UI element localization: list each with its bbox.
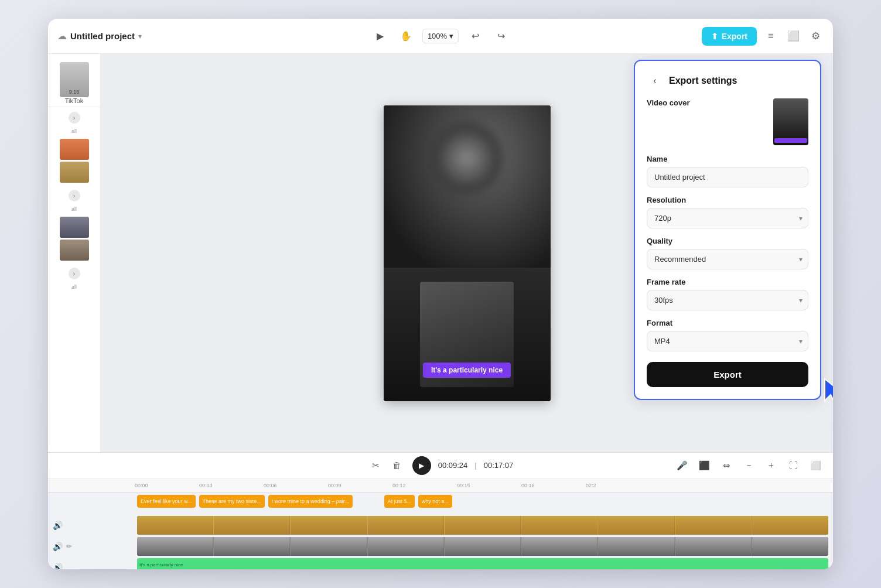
format-label: Format [647, 319, 808, 327]
subtitle-track-row: Ever feel like your w... These are my tw… [48, 495, 833, 514]
quality-field-group: Quality Recommended High Low ▾ [647, 237, 808, 269]
sidebar-section-aspect: 9:16 TikTok [48, 60, 100, 107]
edit-icon[interactable]: ✏ [66, 542, 72, 551]
timeline-tracks: Ever feel like your w... These are my tw… [48, 493, 833, 569]
sidebar-clip-thumb-3[interactable] [60, 217, 89, 238]
all-label-1: all [71, 128, 77, 134]
quality-label: Quality [647, 237, 808, 245]
video-bottom-half [384, 268, 551, 401]
sidebar-clip-thumb-1[interactable] [60, 139, 89, 160]
secondary-video-strip[interactable] [137, 537, 828, 556]
zoom-in-icon[interactable]: ＋ [763, 457, 779, 474]
resolution-select[interactable]: 720p 1080p 4K [647, 208, 808, 228]
ruler-tick-5: 00:15 [457, 483, 521, 488]
export-icon: ⬆ [711, 32, 718, 41]
redo-icon[interactable]: ↪ [491, 27, 510, 46]
sidebar-expand-1[interactable]: › [69, 112, 80, 124]
bottom-area: ✂ 🗑 ▶ 00:09:24 | 00:17:07 🎤 ⬛ ⇔ － ＋ ⛶ ⬜ … [48, 452, 833, 569]
bw-frame-6 [521, 537, 597, 556]
aspect-ratio-thumb[interactable]: 9:16 [60, 62, 89, 97]
framerate-select[interactable]: 30fps 24fps 60fps [647, 290, 808, 310]
resolution-field-group: Resolution 720p 1080p 4K ▾ [647, 196, 808, 228]
playback-controls: ✂ 🗑 [368, 457, 405, 474]
format-select-wrapper: MP4 MOV AVI ▾ [647, 331, 808, 351]
resolution-select-wrapper: 720p 1080p 4K ▾ [647, 208, 808, 228]
subtitle-chip-1[interactable]: These are my two siste... [199, 495, 265, 508]
top-bar: ☁ Untitled project ▾ ▶ ✋ 100% ▾ ↩ ↪ ⬆ Ex… [48, 19, 833, 54]
all-label-2: all [71, 206, 77, 212]
export-action-button[interactable]: Export [647, 362, 808, 387]
name-input[interactable] [647, 167, 808, 187]
playback-bar: ✂ 🗑 ▶ 00:09:24 | 00:17:07 🎤 ⬛ ⇔ － ＋ ⛶ ⬜ [48, 453, 833, 478]
playback-right-controls: 🎤 ⬛ ⇔ － ＋ ⛶ ⬜ [674, 457, 824, 474]
cover-thumbnail[interactable] [773, 98, 808, 145]
select-tool-icon[interactable]: ▶ [371, 27, 390, 46]
platform-badge: TikTok [65, 97, 83, 104]
video-preview: It's a particularly nice [384, 105, 551, 401]
zoom-chevron-icon: ▾ [449, 32, 453, 40]
microphone-icon[interactable]: 🎤 [674, 457, 690, 474]
main-video-strip[interactable] [137, 516, 828, 535]
video-frame-8 [675, 516, 752, 535]
sidebar-clips-2 [57, 214, 91, 263]
project-name: Untitled project [70, 31, 135, 41]
sidebar-clip-thumb-2[interactable] [60, 162, 89, 183]
undo-icon[interactable]: ↩ [466, 27, 484, 46]
main-area: 9:16 TikTok › all › all [48, 54, 833, 452]
video-frame-3 [291, 516, 367, 535]
zoom-out-icon[interactable]: － [740, 457, 757, 474]
captions-icon[interactable]: ⬛ [696, 457, 712, 474]
name-field-group: Name [647, 155, 808, 187]
sidebar-expand-2[interactable]: › [69, 190, 80, 201]
volume-icon-2[interactable]: 🔊 [53, 542, 63, 551]
framerate-select-wrapper: 30fps 24fps 60fps ▾ [647, 290, 808, 310]
export-button[interactable]: ⬆ Export [702, 27, 757, 46]
layers-icon[interactable]: ≡ [763, 28, 779, 45]
hand-tool-icon[interactable]: ✋ [397, 27, 415, 46]
framerate-label: Frame rate [647, 278, 808, 286]
total-time: 00:17:07 [484, 461, 514, 470]
text-track-left: 🔊 [53, 563, 135, 569]
back-button[interactable]: ‹ [647, 73, 663, 89]
format-select[interactable]: MP4 MOV AVI [647, 331, 808, 351]
text-track-content: It's a particularly nice [137, 558, 828, 569]
volume-icon-3[interactable]: 🔊 [53, 563, 63, 569]
settings-icon[interactable]: ⚙ [807, 28, 824, 45]
ruler-tick-4: 00:12 [392, 483, 457, 488]
cut-tool-icon[interactable]: ✂ [368, 457, 384, 474]
project-chevron-icon[interactable]: ▾ [138, 32, 142, 40]
subtitle-chips: Ever feel like your w... These are my tw… [137, 495, 452, 514]
more-options-icon[interactable]: ⬜ [807, 457, 824, 474]
bw-frame-3 [291, 537, 367, 556]
left-sidebar: 9:16 TikTok › all › all [48, 54, 101, 452]
fullscreen-icon[interactable]: ⛶ [785, 457, 801, 474]
subtitle-chip-4[interactable]: why not a... [418, 495, 452, 508]
subtitle-chip-0[interactable]: Ever feel like your w... [137, 495, 196, 508]
panel-header: ‹ Export settings [647, 73, 808, 89]
bw-frame-4 [368, 537, 444, 556]
sidebar-clips-1 [57, 136, 91, 185]
quality-select[interactable]: Recommended High Low [647, 249, 808, 269]
export-label: Export [722, 32, 747, 41]
delete-icon[interactable]: 🗑 [389, 457, 405, 474]
video-cover-label: Video cover [647, 98, 689, 107]
sidebar-expand-3[interactable]: › [69, 268, 80, 279]
subtitle-chip-3[interactable]: At just $... [384, 495, 415, 508]
bw-frame-1 [137, 537, 213, 556]
ruler-tick-6: 00:18 [521, 483, 586, 488]
subtitle-chip-2[interactable]: I wore mine to a wedding – pair... [268, 495, 353, 508]
zoom-selector[interactable]: 100% ▾ [422, 29, 459, 43]
play-button[interactable]: ▶ [412, 456, 431, 475]
main-video-track-row: 🔊 [48, 516, 833, 535]
video-frame-9 [752, 516, 828, 535]
sidebar-clip-thumb-4[interactable] [60, 240, 89, 261]
split-icon[interactable]: ⇔ [718, 457, 735, 474]
text-track-strip[interactable]: It's a particularly nice [137, 558, 828, 569]
cover-badge [774, 138, 807, 143]
format-field-group: Format MP4 MOV AVI ▾ [647, 319, 808, 351]
volume-icon-1[interactable]: 🔊 [53, 521, 63, 530]
cloud-icon: ☁ [57, 30, 67, 42]
layout-icon[interactable]: ⬜ [785, 28, 801, 45]
cursor-indicator [820, 376, 833, 411]
video-frame-2 [214, 516, 290, 535]
